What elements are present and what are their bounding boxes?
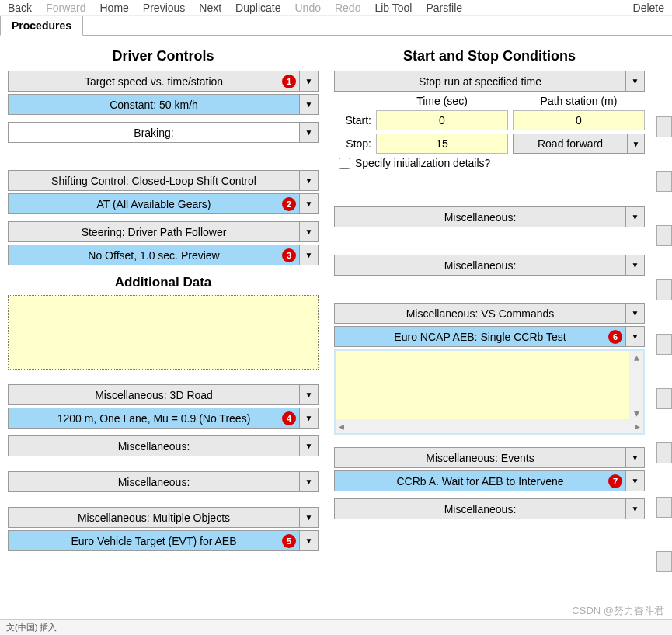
chevron-down-icon[interactable]: ▼	[299, 194, 318, 213]
misc-multi-combo[interactable]: Miscellaneous: Multiple Objects ▼	[8, 507, 319, 528]
badge-6: 6	[608, 330, 622, 344]
chevron-down-icon[interactable]: ▼	[299, 222, 318, 241]
badge-1: 1	[282, 75, 296, 88]
start-stop-title: Start and Stop Conditions	[334, 48, 645, 64]
chevron-down-icon[interactable]: ▼	[299, 436, 318, 456]
stop-label: Stop:	[334, 137, 371, 150]
chevron-down-icon[interactable]: ▼	[625, 327, 644, 346]
chevron-down-icon[interactable]: ▼	[299, 472, 318, 491]
misc-r2-combo[interactable]: Miscellaneous: ▼	[334, 255, 645, 276]
chevron-down-icon[interactable]: ▼	[299, 95, 318, 114]
badge-2: 2	[282, 197, 296, 211]
at-gears-combo[interactable]: AT (All Available Gears) 2 ▼	[8, 193, 319, 214]
chevron-down-icon[interactable]: ▼	[299, 171, 318, 190]
scrollbar-vertical[interactable]: ▴▾	[629, 351, 643, 419]
back-btn[interactable]: Back	[8, 2, 32, 13]
chevron-down-icon[interactable]: ▼	[299, 123, 318, 142]
badge-7: 7	[608, 474, 622, 488]
chevron-down-icon[interactable]: ▼	[299, 245, 318, 265]
start-stop-panel: Start and Stop Conditions Stop run at sp…	[334, 43, 645, 553]
misc-last-combo[interactable]: Miscellaneous: ▼	[334, 498, 645, 519]
stop-run-combo[interactable]: Stop run at specified time ▼	[334, 71, 645, 92]
top-toolbar: Back Forward Home Previous Next Duplicat…	[0, 0, 672, 16]
chevron-down-icon[interactable]: ▼	[625, 71, 644, 91]
misc-a-combo[interactable]: Miscellaneous: ▼	[8, 435, 319, 456]
chevron-down-icon[interactable]: ▼	[299, 508, 318, 527]
misc-3d-road-combo[interactable]: Miscellaneous: 3D Road ▼	[8, 384, 319, 405]
tab-procedures[interactable]: Procedures	[0, 16, 83, 36]
chevron-down-icon[interactable]: ▼	[625, 499, 644, 519]
road-forward-combo[interactable]: Road forward ▼	[513, 134, 645, 154]
target-speed-combo[interactable]: Target speed vs. time/station 1 ▼	[8, 71, 319, 92]
driver-controls-panel: Driver Controls Target speed vs. time/st…	[8, 43, 319, 553]
constant-speed-combo[interactable]: Constant: 50 km/h ▼	[8, 94, 319, 115]
chevron-down-icon[interactable]: ▼	[627, 134, 644, 153]
notes-right[interactable]: ▴▾ ◂▸	[334, 349, 645, 435]
start-path-input[interactable]: 0	[513, 110, 645, 130]
watermark: CSDN @努力奋斗君	[572, 604, 664, 618]
badge-4: 4	[282, 411, 296, 425]
time-header: Time (sec)	[376, 95, 508, 107]
road-1200-combo[interactable]: 1200 m, One Lane, Mu = 0.9 (No Trees) 4 …	[8, 408, 319, 429]
path-header: Path station (m)	[513, 95, 645, 107]
chevron-down-icon[interactable]: ▼	[299, 408, 318, 428]
status-bar: 文(中国) 插入	[0, 619, 672, 635]
misc-b-combo[interactable]: Miscellaneous: ▼	[8, 471, 319, 492]
shift-control-combo[interactable]: Shifting Control: Closed-Loop Shift Cont…	[8, 170, 319, 191]
braking-combo[interactable]: Braking: ▼	[8, 122, 319, 143]
steering-combo[interactable]: Steering: Driver Path Follower ▼	[8, 221, 319, 242]
notes-textarea[interactable]	[8, 295, 319, 370]
offset-combo[interactable]: No Offset, 1.0 sec. Preview 3 ▼	[8, 245, 319, 265]
chevron-down-icon[interactable]: ▼	[625, 471, 644, 491]
chevron-down-icon[interactable]: ▼	[625, 448, 644, 467]
misc-vs-combo[interactable]: Miscellaneous: VS Commands ▼	[334, 303, 645, 324]
badge-5: 5	[282, 534, 296, 548]
chevron-down-icon[interactable]: ▼	[625, 255, 644, 275]
chevron-down-icon[interactable]: ▼	[299, 385, 318, 404]
ncap-combo[interactable]: Euro NCAP AEB: Single CCRb Test 6 ▼	[334, 326, 645, 347]
driver-controls-title: Driver Controls	[8, 48, 319, 64]
target-speed-label: Target speed vs. time/station	[9, 71, 299, 91]
chevron-down-icon[interactable]: ▼	[299, 531, 318, 550]
scrollbar-horizontal[interactable]: ◂▸	[336, 419, 643, 433]
chevron-down-icon[interactable]: ▼	[625, 304, 644, 323]
misc-r1-combo[interactable]: Miscellaneous: ▼	[334, 206, 645, 227]
ccrb-combo[interactable]: CCRb A. Wait for AEB to Intervene 7 ▼	[334, 470, 645, 491]
tab-bar: Procedures	[0, 16, 672, 36]
chevron-down-icon[interactable]: ▼	[299, 71, 318, 91]
specify-init-checkbox[interactable]	[339, 158, 350, 169]
chevron-down-icon[interactable]: ▼	[625, 207, 644, 227]
badge-3: 3	[282, 248, 296, 262]
additional-data-title: Additional Data	[8, 275, 319, 290]
start-time-input[interactable]: 0	[376, 110, 508, 130]
evt-combo[interactable]: Euro Vehicle Target (EVT) for AEB 5 ▼	[8, 530, 319, 551]
side-stubs	[656, 116, 672, 606]
stop-time-input[interactable]: 15	[376, 134, 508, 154]
specify-init-label: Specify initialization details?	[355, 157, 490, 169]
misc-events-combo[interactable]: Miscellaneous: Events ▼	[334, 447, 645, 468]
start-label: Start:	[334, 114, 371, 127]
